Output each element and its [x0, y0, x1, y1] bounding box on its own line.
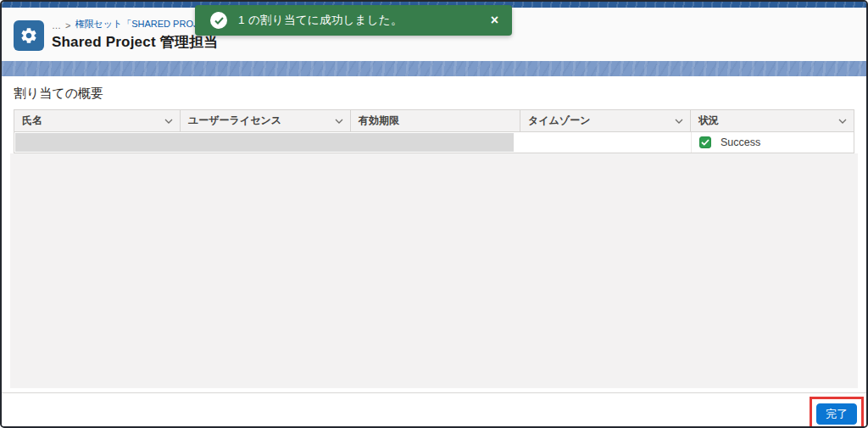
column-header-timezone[interactable]: タイムゾーン: [520, 110, 691, 131]
column-header-user-license-label: ユーザーライセンス: [188, 114, 281, 128]
close-icon[interactable]: ×: [489, 12, 500, 29]
table-header-row: 氏名 ユーザーライセンス 有効期限 タイムゾーン: [14, 110, 854, 132]
expiration-cell: [514, 132, 521, 153]
setup-gear-tile: [14, 20, 44, 51]
timezone-cell: [521, 132, 692, 153]
table-row: Success: [14, 132, 854, 153]
done-button[interactable]: 完了: [816, 403, 857, 425]
empty-table-area: [10, 153, 858, 388]
setup-page: … > 権限セット「SHARED PROJECT 管理 Shared Proje…: [0, 0, 868, 428]
column-header-expiration-label: 有効期限: [359, 114, 399, 128]
assignment-table: 氏名 ユーザーライセンス 有効期限 タイムゾーン: [14, 109, 854, 153]
column-header-name[interactable]: 氏名: [14, 110, 181, 131]
redacted-user-info-cell: [15, 133, 514, 152]
breadcrumb-separator: >: [65, 20, 70, 31]
breadcrumb-ellipsis: …: [52, 20, 61, 31]
header-divider-strip: [2, 61, 866, 76]
chevron-down-icon[interactable]: [164, 119, 173, 124]
footer-bar: 完了: [2, 392, 866, 426]
column-header-status[interactable]: 状況: [691, 110, 854, 131]
status-label: Success: [721, 136, 760, 148]
success-check-icon: [210, 12, 227, 29]
success-checkbox[interactable]: [699, 136, 711, 148]
column-header-user-license[interactable]: ユーザーライセンス: [181, 110, 351, 131]
status-cell: Success: [692, 132, 854, 153]
column-header-name-label: 氏名: [22, 114, 42, 128]
chevron-down-icon[interactable]: [335, 119, 343, 124]
gear-icon: [19, 26, 38, 45]
assignment-summary-panel: 割り当ての概要 氏名 ユーザーライセンス 有効期限: [2, 76, 866, 391]
column-header-expiration[interactable]: 有効期限: [351, 110, 520, 131]
toast-message: 1 の割り当てに成功しました。: [238, 13, 403, 28]
section-title: 割り当ての概要: [14, 85, 854, 102]
column-header-status-label: 状況: [698, 114, 719, 128]
success-toast: 1 の割り当てに成功しました。 ×: [195, 5, 512, 36]
chevron-down-icon[interactable]: [838, 119, 847, 124]
chevron-down-icon[interactable]: [675, 119, 683, 124]
column-header-timezone-label: タイムゾーン: [528, 114, 590, 128]
